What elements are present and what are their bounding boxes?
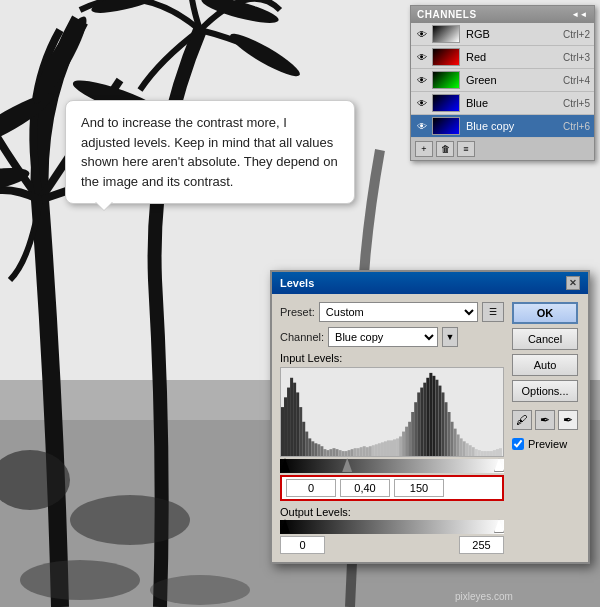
svg-rect-73 <box>454 429 457 456</box>
svg-rect-22 <box>299 407 302 456</box>
svg-rect-60 <box>414 402 417 456</box>
auto-button[interactable]: Auto <box>512 354 578 376</box>
preset-row: Preset: Custom ☰ <box>280 302 504 322</box>
svg-rect-80 <box>475 449 478 456</box>
channel-row-red[interactable]: 👁RedCtrl+3 <box>411 46 594 69</box>
svg-rect-46 <box>372 445 375 456</box>
channel-select[interactable]: Blue copy <box>328 327 438 347</box>
output-white-slider[interactable] <box>494 519 504 533</box>
levels-right: OK Cancel Auto Options... 🖋 ✒ ✒ Preview <box>512 302 580 554</box>
svg-rect-85 <box>490 451 493 456</box>
channel-shortcut-red: Ctrl+3 <box>563 52 590 63</box>
svg-rect-74 <box>457 434 460 456</box>
new-channel-btn[interactable]: + <box>415 141 433 157</box>
channel-shortcut-blue: Ctrl+5 <box>563 98 590 109</box>
channel-visibility-bluecopy[interactable]: 👁 <box>415 119 429 133</box>
channel-visibility-green[interactable]: 👁 <box>415 73 429 87</box>
levels-left: Preset: Custom ☰ Channel: Blue copy ▼ In… <box>280 302 504 554</box>
svg-rect-75 <box>460 438 463 456</box>
svg-rect-70 <box>444 402 447 456</box>
output-black-field[interactable] <box>280 536 325 554</box>
svg-rect-49 <box>381 442 384 456</box>
channel-label: Channel: <box>280 331 324 343</box>
levels-close-btn[interactable]: ✕ <box>566 276 580 290</box>
svg-rect-33 <box>332 448 335 456</box>
svg-rect-66 <box>432 376 435 456</box>
channel-icon-btn[interactable]: ▼ <box>442 327 458 347</box>
input-black-field[interactable] <box>286 479 336 497</box>
levels-body: Preset: Custom ☰ Channel: Blue copy ▼ In… <box>272 294 588 562</box>
svg-rect-44 <box>366 447 369 456</box>
svg-rect-37 <box>345 451 348 456</box>
svg-rect-32 <box>329 449 332 456</box>
midtone-slider[interactable] <box>342 458 352 472</box>
options-button[interactable]: Options... <box>512 380 578 402</box>
svg-rect-76 <box>463 441 466 456</box>
channel-row-bluecopy[interactable]: 👁Blue copyCtrl+6 <box>411 115 594 138</box>
output-slider-track[interactable] <box>280 520 504 534</box>
levels-dialog: Levels ✕ Preset: Custom ☰ Channel: Blue … <box>270 270 590 564</box>
channel-visibility-rgb[interactable]: 👁 <box>415 27 429 41</box>
svg-rect-29 <box>320 446 323 456</box>
input-white-field[interactable] <box>394 479 444 497</box>
svg-rect-38 <box>348 450 351 456</box>
svg-point-14 <box>70 495 190 545</box>
white-eyedropper-btn[interactable]: ✒ <box>558 410 578 430</box>
channel-row-blue[interactable]: 👁BlueCtrl+5 <box>411 92 594 115</box>
svg-rect-88 <box>499 448 502 456</box>
channel-visibility-blue[interactable]: 👁 <box>415 96 429 110</box>
delete-channel-btn[interactable]: 🗑 <box>436 141 454 157</box>
preview-label: Preview <box>528 438 567 450</box>
svg-text:pixleyes.com: pixleyes.com <box>455 591 513 602</box>
channel-visibility-red[interactable]: 👁 <box>415 50 429 64</box>
channel-thumb-blue <box>432 94 460 112</box>
svg-rect-51 <box>387 440 390 456</box>
gray-eyedropper-btn[interactable]: ✒ <box>535 410 555 430</box>
input-midtone-field[interactable] <box>340 479 390 497</box>
channels-footer: + 🗑 ≡ <box>411 138 594 160</box>
output-white-field[interactable] <box>459 536 504 554</box>
svg-rect-31 <box>326 450 329 456</box>
svg-rect-62 <box>420 388 423 456</box>
svg-point-11 <box>20 560 140 600</box>
channel-row-green[interactable]: 👁GreenCtrl+4 <box>411 69 594 92</box>
input-levels-label: Input Levels: <box>280 352 504 364</box>
channels-panel: CHANNELS ◄◄ 👁RGBCtrl+2👁RedCtrl+3👁GreenCt… <box>410 5 595 161</box>
channel-thumb-rgb <box>432 25 460 43</box>
svg-rect-20 <box>293 383 296 456</box>
preset-select[interactable]: Custom <box>319 302 478 322</box>
speech-bubble: And to increase the contrast more, I adj… <box>65 100 355 204</box>
channel-thumb-green <box>432 71 460 89</box>
svg-rect-63 <box>423 383 426 456</box>
input-values-box <box>280 475 504 501</box>
levels-title-bar: Levels ✕ <box>272 272 588 294</box>
svg-point-12 <box>150 575 250 605</box>
svg-rect-23 <box>302 422 305 456</box>
svg-rect-56 <box>402 432 405 456</box>
svg-rect-54 <box>396 438 399 456</box>
preview-checkbox[interactable] <box>512 438 524 450</box>
svg-rect-16 <box>281 407 284 456</box>
channel-options-btn[interactable]: ≡ <box>457 141 475 157</box>
preview-row: Preview <box>512 438 580 450</box>
channel-shortcut-green: Ctrl+4 <box>563 75 590 86</box>
channel-row-rgb[interactable]: 👁RGBCtrl+2 <box>411 23 594 46</box>
svg-rect-86 <box>493 450 496 456</box>
svg-rect-59 <box>411 412 414 456</box>
histogram-container <box>280 367 504 457</box>
preset-options-btn[interactable]: ☰ <box>482 302 504 322</box>
black-eyedropper-btn[interactable]: 🖋 <box>512 410 532 430</box>
svg-rect-39 <box>351 449 354 456</box>
svg-rect-41 <box>357 448 360 456</box>
svg-rect-84 <box>487 451 490 456</box>
black-point-slider[interactable] <box>280 458 290 472</box>
cancel-button[interactable]: Cancel <box>512 328 578 350</box>
svg-rect-77 <box>466 443 469 456</box>
ok-button[interactable]: OK <box>512 302 578 324</box>
output-black-slider[interactable] <box>280 519 290 533</box>
channels-collapse-icon[interactable]: ◄◄ <box>571 10 588 19</box>
input-slider-track[interactable] <box>280 459 504 473</box>
svg-rect-81 <box>478 450 481 456</box>
white-point-slider[interactable] <box>494 458 504 472</box>
svg-rect-28 <box>317 444 320 456</box>
